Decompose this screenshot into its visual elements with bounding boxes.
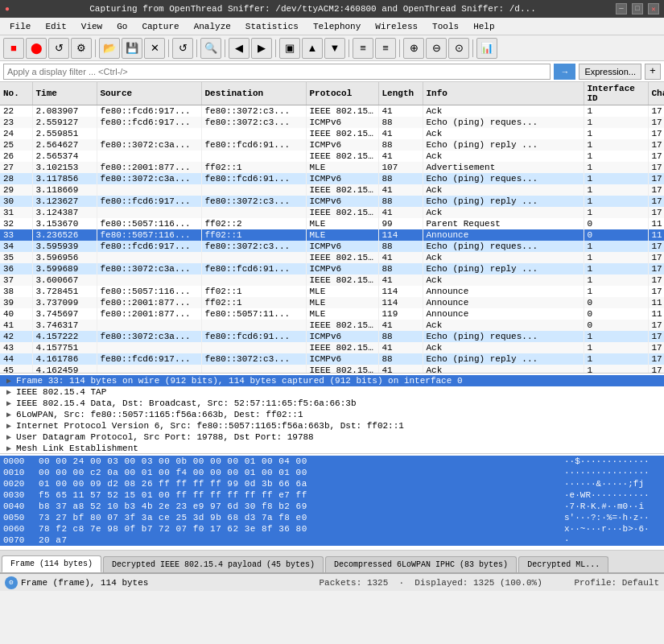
col-header-src[interactable]: Source <box>97 82 201 105</box>
prev-marked-button[interactable]: ▲ <box>302 38 323 59</box>
menu-item-statistics[interactable]: Statistics <box>239 20 305 33</box>
table-row[interactable]: 373.600667IEEE 802.15.441Ack117 <box>0 275 664 286</box>
expand-all-button[interactable]: ≡ <box>353 38 373 59</box>
find-packet-button[interactable]: 🔍 <box>200 38 221 59</box>
hex-row[interactable]: 0030f5 65 11 57 52 15 01 00 ff ff ff ff … <box>0 489 664 501</box>
hex-row[interactable]: 007020 a7 · <box>0 535 664 546</box>
col-header-len[interactable]: Length <box>378 82 423 105</box>
apply-filter-button[interactable]: → <box>554 64 575 80</box>
menu-item-edit[interactable]: Edit <box>39 20 72 33</box>
table-row[interactable]: 293.118669IEEE 802.15.441Ack117 <box>0 184 664 196</box>
titlebar: ● Capturing from OpenThread Sniffer: /de… <box>0 0 664 18</box>
go-back-button[interactable]: ◀ <box>229 38 250 59</box>
table-row[interactable]: 363.599689fe80::3072:c3a...fe80::fcd6:91… <box>0 263 664 275</box>
col-header-info[interactable]: Info <box>423 82 584 105</box>
col-header-proto[interactable]: Protocol <box>306 82 378 105</box>
table-cell-interface-id: 1 <box>584 353 648 365</box>
col-header-iface[interactable]: Interface ID <box>584 82 648 105</box>
menu-item-help[interactable]: Help <box>467 20 501 33</box>
col-header-dst[interactable]: Destination <box>201 82 306 105</box>
display-filter-input[interactable] <box>3 64 551 80</box>
table-row[interactable]: 434.157751IEEE 802.15.441Ack117 <box>0 342 664 353</box>
table-row[interactable]: 353.596956IEEE 802.15.441Ack117 <box>0 252 664 263</box>
menu-item-telephony[interactable]: Telephony <box>307 20 367 33</box>
table-cell-channel: 17 <box>648 162 664 173</box>
hex-row[interactable]: 0040b8 37 a8 52 10 b3 4b 2e 23 e9 97 6d … <box>0 501 664 512</box>
table-cell-interface-id: 1 <box>584 151 648 162</box>
bottom-tab-3[interactable]: Decrypted ML... <box>518 556 608 572</box>
table-row[interactable]: 232.559127fe80::fcd6:917...fe80::3072:c3… <box>0 117 664 128</box>
minimize-button[interactable]: ─ <box>616 3 627 14</box>
table-row[interactable]: 303.123627fe80::fcd6:917...fe80::3072:c3… <box>0 196 664 207</box>
save-file-button[interactable]: 💾 <box>122 38 142 59</box>
table-row[interactable]: 242.559851IEEE 802.15.441Ack117 <box>0 128 664 139</box>
detail-row[interactable]: ▶IEEE 802.15.4 Data, Dst: Broadcast, Src… <box>0 398 664 409</box>
table-cell-source: fe80::3072:c3a... <box>97 331 201 342</box>
reload-button[interactable]: ↺ <box>172 38 193 59</box>
col-header-ch[interactable]: Channel <box>648 82 664 105</box>
hex-row[interactable]: 002001 00 00 09 d2 08 26 ff ff ff ff 99 … <box>0 478 664 489</box>
bottom-tab-0[interactable]: Frame (114 bytes) <box>2 555 101 572</box>
hex-row[interactable]: 000000 00 24 00 03 00 03 00 0b 00 00 00 … <box>0 456 664 467</box>
menu-item-view[interactable]: View <box>75 20 109 33</box>
table-row[interactable]: 424.157222fe80::3072:c3a...fe80::fcd6:91… <box>0 331 664 342</box>
restart-button[interactable]: ↺ <box>48 38 69 59</box>
table-row[interactable]: 413.746317IEEE 802.15.441Ack017 <box>0 320 664 331</box>
collapse-all-button[interactable]: ≡ <box>375 38 396 59</box>
maximize-button[interactable]: □ <box>632 3 643 14</box>
table-cell-protocol: ICMPv6 <box>306 353 378 365</box>
menu-item-tools[interactable]: Tools <box>426 20 465 33</box>
bottom-tab-2[interactable]: Decompressed 6LoWPAN IPHC (83 bytes) <box>325 556 517 572</box>
table-row[interactable]: 323.153670fe80::5057:116...ff02::2MLE99P… <box>0 218 664 229</box>
col-header-no[interactable]: No. <box>0 82 32 105</box>
menu-item-file[interactable]: File <box>3 20 37 33</box>
add-filter-button[interactable]: + <box>645 64 661 80</box>
stop-capture-button[interactable]: ■ <box>3 38 24 59</box>
table-row[interactable]: 343.595939fe80::fcd6:917...fe80::3072:c3… <box>0 241 664 252</box>
detail-row[interactable]: ▶IEEE 802.15.4 TAP <box>0 386 664 398</box>
table-row[interactable]: 403.745697fe80::2001:877...fe80::5057:11… <box>0 308 664 320</box>
menu-item-capture[interactable]: Capture <box>135 20 185 33</box>
table-row[interactable]: 313.124387IEEE 802.15.441Ack117 <box>0 207 664 218</box>
table-row[interactable]: 273.102153fe80::2001:877...ff02::1MLE107… <box>0 162 664 173</box>
menu-item-go[interactable]: Go <box>110 20 134 33</box>
io-graph-button[interactable]: 📊 <box>476 38 497 59</box>
zoom-in-button[interactable]: ⊕ <box>403 38 424 59</box>
hex-row[interactable]: 005073 27 bf 80 07 3f 3a ce 25 3d 9b 68 … <box>0 512 664 523</box>
close-button[interactable]: ✕ <box>648 3 659 14</box>
zoom-out-button[interactable]: ⊖ <box>426 38 447 59</box>
zoom-reset-button[interactable]: ⊙ <box>448 38 469 59</box>
hex-row[interactable]: 001000 00 00 c2 0a 00 01 00 f4 00 00 00 … <box>0 467 664 478</box>
next-marked-button[interactable]: ▼ <box>324 38 345 59</box>
close-capture-button[interactable]: ✕ <box>144 38 165 59</box>
table-cell-protocol: MLE <box>306 162 378 173</box>
detail-row[interactable]: ▶Mesh Link Establishment <box>0 443 664 454</box>
detail-row[interactable]: ▶6LoWPAN, Src: fe80::5057:1165:f56a:663b… <box>0 409 664 420</box>
hex-row[interactable]: 006078 f2 c8 7e 98 0f b7 72 07 f0 17 62 … <box>0 523 664 535</box>
table-row[interactable]: 454.162459IEEE 802.15.441Ack117 <box>0 365 664 374</box>
col-header-time[interactable]: Time <box>32 82 97 105</box>
table-row[interactable]: 222.083907fe80::fcd6:917...fe80::3072:c3… <box>0 105 664 118</box>
table-row[interactable]: 283.117856fe80::3072:c3a...fe80::fcd6:91… <box>0 173 664 184</box>
table-cell-channel: 17 <box>648 342 664 353</box>
table-row[interactable]: 262.565374IEEE 802.15.441Ack117 <box>0 151 664 162</box>
mark-packet-button[interactable]: ▣ <box>279 38 300 59</box>
bottom-tab-1[interactable]: Decrypted IEEE 802.15.4 payload (45 byte… <box>103 556 324 572</box>
detail-row[interactable]: ▶Internet Protocol Version 6, Src: fe80:… <box>0 420 664 431</box>
table-row[interactable]: 252.564627fe80::3072:c3a...fe80::fcd6:91… <box>0 139 664 151</box>
detail-row[interactable]: ▶Frame 33: 114 bytes on wire (912 bits),… <box>0 375 664 386</box>
go-forward-button[interactable]: ▶ <box>251 38 272 59</box>
expression-button[interactable]: Expression... <box>579 64 641 80</box>
table-cell-protocol: ICMPv6 <box>306 241 378 252</box>
start-capture-button[interactable]: ⬤ <box>26 38 47 59</box>
menu-item-wireless[interactable]: Wireless <box>369 20 424 33</box>
table-row[interactable]: 333.236526fe80::5057:116...ff02::1MLE114… <box>0 229 664 241</box>
detail-row[interactable]: ▶User Datagram Protocol, Src Port: 19788… <box>0 431 664 443</box>
table-row[interactable]: 383.728451fe80::5057:116...ff02::1MLE114… <box>0 286 664 297</box>
open-file-button[interactable]: 📂 <box>99 38 120 59</box>
table-row[interactable]: 444.161786fe80::fcd6:917...fe80::3072:c3… <box>0 353 664 365</box>
table-cell-channel: 11 <box>648 218 664 229</box>
options-button[interactable]: ⚙ <box>71 38 92 59</box>
table-row[interactable]: 393.737099fe80::2001:877...ff02::1MLE114… <box>0 297 664 308</box>
menu-item-analyze[interactable]: Analyze <box>188 20 237 33</box>
